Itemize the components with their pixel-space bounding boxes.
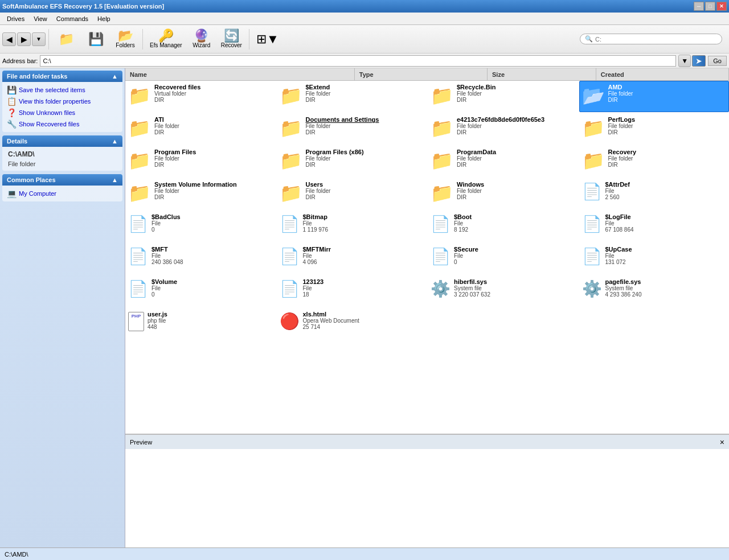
menu-help[interactable]: Help <box>93 14 115 23</box>
list-item[interactable]: 📁UsersFile folderDIR <box>277 178 427 209</box>
preview-close-button[interactable]: × <box>720 438 724 447</box>
menu-commands[interactable]: Commands <box>52 14 93 23</box>
file-icon-wrap: 📄 <box>582 215 602 233</box>
toolbar-new-button[interactable]: 📁 <box>52 31 80 48</box>
file-folder-tasks-body: 💾 Save the selected items 📋 View this fo… <box>2 82 122 132</box>
address-input[interactable] <box>40 55 676 67</box>
list-item[interactable]: 📁$ExtendFile folderDIR <box>277 81 427 112</box>
file-info: WindowsFile folderDIR <box>457 181 484 200</box>
list-item[interactable]: 📁$Recycle.BinFile folderDIR <box>428 81 578 112</box>
list-item[interactable]: 📄$AttrDefFile2 560 <box>579 178 730 209</box>
file-name: $MFT <box>151 246 183 253</box>
list-item[interactable]: 📁Documents and SettingsFile folderDIR <box>277 113 427 145</box>
back-button[interactable]: ◀ <box>2 32 16 46</box>
file-type-label: File folder <box>457 123 544 129</box>
list-item[interactable]: 📁PerfLogsFile folderDIR <box>579 113 730 145</box>
details-section: Details ▲ C:\AMD\ File folder <box>2 135 122 171</box>
file-size-label: DIR <box>154 194 237 200</box>
file-info: ProgramDataFile folderDIR <box>457 149 496 168</box>
list-item[interactable]: 📁RecoveryFile folderDIR <box>579 146 730 177</box>
file-folder-tasks-header[interactable]: File and folder tasks ▲ <box>2 71 122 82</box>
show-unknown-files-link[interactable]: ❓ Show Unknown files <box>6 107 119 118</box>
file-info: $BitmapFile1 119 976 <box>303 213 329 233</box>
file-type-label: File folder <box>306 90 331 97</box>
save-selected-link[interactable]: 💾 Save the selected items <box>6 84 119 96</box>
list-item[interactable]: 📁e4213c7e6fdb8de6d0f0fe65e3File folderDI… <box>428 113 578 145</box>
addr-icon-button[interactable]: ➤ <box>692 55 706 67</box>
wizard-label: Wizard <box>193 42 210 48</box>
col-type[interactable]: Type <box>355 68 488 80</box>
list-item[interactable]: 📄$MFTFile240 386 048 <box>125 243 276 274</box>
menu-drives[interactable]: Drives <box>2 14 29 23</box>
list-item[interactable]: 📄123123File18 <box>277 275 427 307</box>
list-item[interactable]: ⚙️pagefile.sysSystem file4 293 386 240 <box>579 275 730 307</box>
list-item[interactable]: 📂AMDFile folderDIR <box>579 81 730 112</box>
list-item[interactable]: PHPuser.jsphp file448 <box>125 308 276 339</box>
toolbar-separator-1 <box>48 29 49 50</box>
view-options-button[interactable]: ⊞▼ <box>252 31 283 48</box>
file-icon-wrap: 📄 <box>431 215 450 233</box>
list-item[interactable]: 📄$LogFileFile67 108 864 <box>579 211 730 242</box>
my-computer-link[interactable]: 💻 My Computer <box>6 188 119 199</box>
list-item[interactable]: 📄$VolumeFile0 <box>125 275 276 307</box>
list-item[interactable]: 🔴xls.htmlOpera Web Document25 714 <box>277 308 427 339</box>
toolbar-save-button[interactable]: 💾 <box>81 31 110 48</box>
list-item[interactable]: ⚙️hiberfil.sysSystem file3 220 037 632 <box>428 275 578 307</box>
folder-icon: 📂 <box>582 85 605 106</box>
file-type-label: File <box>454 253 478 259</box>
list-item[interactable]: 📄$SecureFile0 <box>428 243 578 274</box>
col-name[interactable]: Name <box>125 68 355 80</box>
toolbar-folders-button[interactable]: 📂 Folders <box>111 27 140 51</box>
common-places-title: Common Places <box>7 176 56 183</box>
file-name: e4213c7e6fdb8de6d0f0fe65e3 <box>457 116 544 123</box>
details-title: Details <box>7 138 27 145</box>
file-icon-wrap: 📁 <box>128 117 151 139</box>
list-item[interactable]: 📄$UpCaseFile131 072 <box>579 243 730 274</box>
list-item[interactable]: 📄$BadClusFile0 <box>125 211 276 242</box>
forward-arrow-button[interactable]: ▼ <box>32 32 46 46</box>
show-recovered-files-link[interactable]: 🔧 Show Recovered files <box>6 118 119 130</box>
common-places-header[interactable]: Common Places ▲ <box>2 174 122 186</box>
list-item[interactable]: 📄$MFTMirrFile4 096 <box>277 243 427 274</box>
addr-dropdown-button[interactable]: ▼ <box>678 55 691 67</box>
list-item[interactable]: 📁Program FilesFile folderDIR <box>125 146 276 177</box>
list-item[interactable]: 📄$BootFile8 192 <box>428 211 578 242</box>
efs-manager-button[interactable]: 🔑 Efs Manager <box>146 27 186 51</box>
list-item[interactable]: 📁WindowsFile folderDIR <box>428 178 578 209</box>
file-type-label: File folder <box>608 155 637 162</box>
folder-icon: 📁 <box>582 118 605 138</box>
recover-button[interactable]: 🔄 Recover <box>217 27 246 51</box>
folder-icon: 📁 <box>431 85 453 106</box>
file-size-label: 3 220 037 632 <box>454 291 490 298</box>
list-item[interactable]: 📄$BitmapFile1 119 976 <box>277 211 427 242</box>
col-created[interactable]: Created <box>596 68 729 80</box>
search-input[interactable] <box>595 36 717 43</box>
list-item[interactable]: 📁ATIFile folderDIR <box>125 113 276 145</box>
col-size[interactable]: Size <box>488 68 596 80</box>
folder-icon: 📁 <box>280 183 302 203</box>
window-controls: ─ □ ✕ <box>694 2 727 11</box>
file-icon-wrap: 📁 <box>582 150 605 171</box>
file-icon-wrap: 📁 <box>431 150 453 171</box>
file-type-label: File folder <box>608 90 633 97</box>
view-folder-properties-link[interactable]: 📋 View this folder properties <box>6 96 119 107</box>
forward-button[interactable]: ▶ <box>17 32 31 46</box>
right-section: Name Type Size Created 📁Recovered filesV… <box>125 68 729 547</box>
wizard-button[interactable]: 🔮 Wizard <box>187 27 216 51</box>
list-item[interactable]: 📁ProgramDataFile folderDIR <box>428 146 578 177</box>
menu-view[interactable]: View <box>29 14 52 23</box>
list-item[interactable]: 📁Recovered filesVirtual folderDIR <box>125 81 276 112</box>
file-size-label: 4 293 386 240 <box>605 291 642 298</box>
details-header[interactable]: Details ▲ <box>2 135 122 147</box>
go-button[interactable]: Go <box>708 56 727 66</box>
file-icon-wrap: 📄 <box>431 247 450 266</box>
file-size-label: DIR <box>154 162 196 168</box>
folders-label: Folders <box>116 42 134 48</box>
file-size-label: 18 <box>303 291 324 298</box>
maximize-button[interactable]: □ <box>705 2 715 11</box>
minimize-button[interactable]: ─ <box>694 2 704 11</box>
list-item[interactable]: 📁Program Files (x86)File folderDIR <box>277 146 427 177</box>
list-item[interactable]: 📁System Volume InformationFile folderDIR <box>125 178 276 209</box>
file-info: $MFTMirrFile4 096 <box>303 246 331 265</box>
close-button[interactable]: ✕ <box>716 2 727 11</box>
